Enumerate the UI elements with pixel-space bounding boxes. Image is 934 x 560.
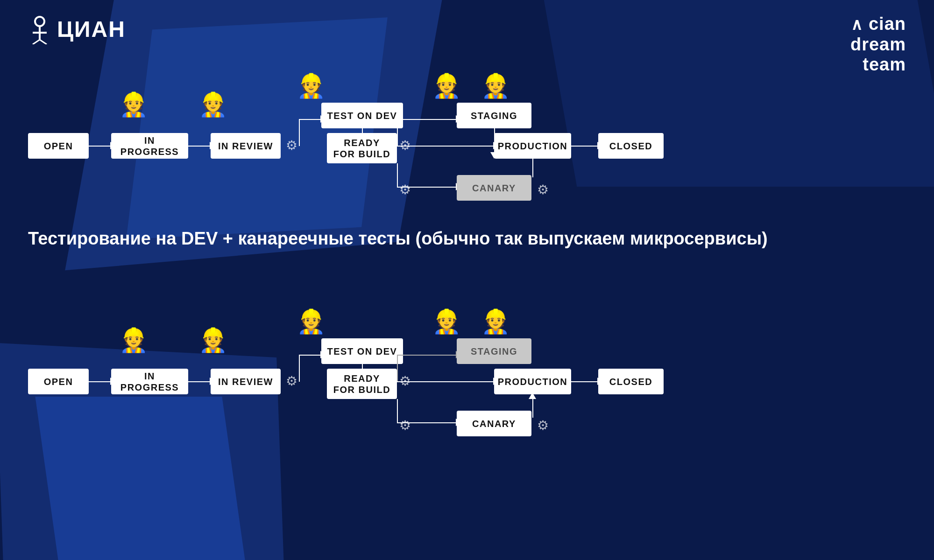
arrowhead-canary-production-bottom [529,392,536,399]
arrow-production-closed-top [571,146,599,147]
arrow-ready-staging-v-top [397,119,398,146]
logo-right-text: ∧ ciandreamteam [850,14,906,75]
arrow-inprogress-inreview-bottom [188,381,212,382]
box-staging-top: STAGING [457,103,531,128]
arrow-open-inprogress-bottom [89,381,112,382]
emoji-worker-4-bottom: 👷 [432,308,461,335]
arrow-open-inprogress-top [89,146,112,147]
box-open-top: OPEN [28,133,89,159]
emoji-worker-1-bottom: 👷 [119,327,148,354]
emoji-worker-3-bottom: 👷 [297,308,325,335]
logo-cian: ЦИАН [28,14,126,44]
box-inprogress-top: IN PROGRESS [111,133,188,159]
gear-inreview-bottom: ⚙ [286,373,297,389]
box-canary-bottom: CANARY [457,411,531,436]
arrow-ready-production-bottom [397,381,495,382]
arrowhead-canary-production-top [529,152,536,159]
box-readybuild-top: READY FOR BUILD [327,133,397,163]
box-staging-bottom: STAGING [457,338,531,364]
box-inreview-bottom: IN REVIEW [211,369,281,394]
box-testdev-bottom: TEST ON DEV [321,338,403,364]
box-canary-top: CANARY [457,175,531,201]
arrow-ready-canary-top [397,163,398,187]
arrow-production-closed-bottom [571,381,599,382]
emoji-staging-top: 👷 [481,72,510,99]
gear-canary-left-bottom: ⚙ [399,418,411,433]
box-closed-bottom: CLOSED [598,369,664,394]
section-label: Тестирование на DEV + канареечные тесты … [28,229,768,249]
header: ЦИАН ∧ ciandreamteam [0,0,934,89]
arrow-inreview-up-bottom [299,355,300,382]
gear-canary-right-top: ⚙ [537,182,549,197]
arrow-inreview-up-top [299,119,300,146]
emoji-worker-3-top: 👷 [297,72,325,99]
emoji-worker-2-bottom: 👷 [198,327,227,354]
box-inreview-top: IN REVIEW [211,133,281,159]
box-testdev-top: TEST ON DEV [321,103,403,128]
emoji-worker-1-top: 👷 [119,91,148,118]
arrow-ready-production-top [397,146,495,147]
emoji-staging-bottom: 👷 [481,308,510,335]
arrow-inprogress-inreview-top [188,146,212,147]
emoji-worker-4-top: 👷 [432,72,461,99]
box-production-bottom: PRODUCTION [494,369,571,394]
svg-line-4 [40,40,47,44]
arrow-inreview-testdev-h-top [299,119,322,120]
svg-point-0 [35,17,44,26]
logo-right: ∧ ciandreamteam [850,14,906,75]
box-readybuild-bottom: READY FOR BUILD [327,369,397,399]
box-open-bottom: OPEN [28,369,89,394]
gear-inreview-top: ⚙ [286,138,297,153]
arrow-ready-staging-top [397,119,458,120]
arrow-ready-staging-v-bottom [397,355,398,382]
emoji-worker-2-top: 👷 [198,91,227,118]
arrow-ready-staging-h-bottom [397,355,458,356]
cian-logo-icon [28,14,51,44]
logo-cian-text: ЦИАН [57,16,126,42]
gear-readybuild-left-bottom: ⚙ [399,373,411,389]
svg-line-3 [33,40,40,44]
box-closed-top: CLOSED [598,133,664,159]
arrow-ready-canary-v-bottom [397,399,398,422]
gear-canary-left-top: ⚙ [399,182,411,197]
gear-readybuild-left-top: ⚙ [399,138,411,153]
box-inprogress-bottom: IN PROGRESS [111,369,188,394]
arrow-inreview-testdev-h-bottom [299,355,322,356]
gear-canary-right-bottom: ⚙ [537,418,549,433]
